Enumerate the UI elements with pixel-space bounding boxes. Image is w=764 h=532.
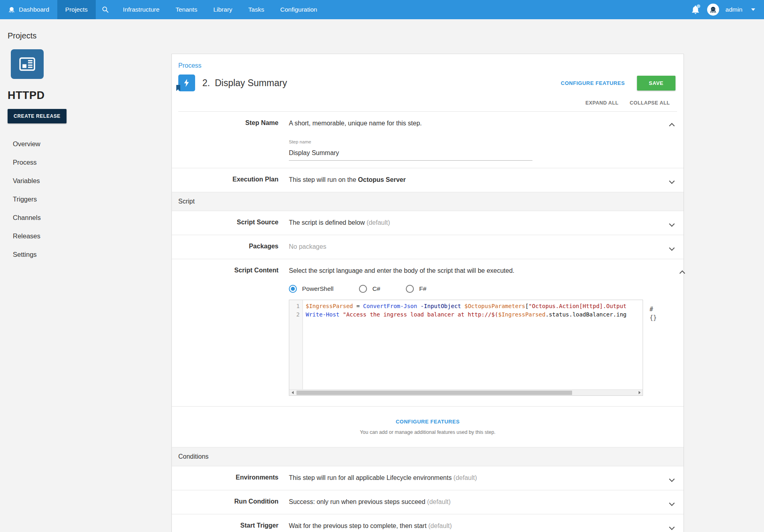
card-header: Process 2. Display Summary CONFIGURE FEA… <box>172 54 683 112</box>
radio-label: F# <box>419 284 426 293</box>
step-name-row[interactable]: Step Name A short, memorable, unique nam… <box>172 112 683 168</box>
packages-row[interactable]: Packages No packages <box>172 235 683 259</box>
user-avatar[interactable] <box>707 4 719 16</box>
radio-button-icon[interactable] <box>406 285 414 293</box>
sidebar-item-overview[interactable]: Overview <box>8 136 171 152</box>
step-name-field-label: Step name <box>289 138 532 146</box>
scroll-left-arrow-icon[interactable] <box>289 390 296 396</box>
packages-desc: No packages <box>289 242 650 251</box>
script-code-editor[interactable]: 12 $IngressParsed = ConvertFrom-Json -In… <box>289 300 643 396</box>
language-radio-powershell[interactable]: PowerShell <box>289 284 333 293</box>
code-line: Write-Host "Access the ingress load bala… <box>306 310 643 319</box>
sidebar-item-settings[interactable]: Settings <box>8 247 171 262</box>
nav-item-search[interactable] <box>96 0 115 19</box>
step-name-desc: A short, memorable, unique name for this… <box>289 120 422 127</box>
execution-plan-expand-chevron-icon[interactable] <box>670 175 674 185</box>
nav-item-tasks[interactable]: Tasks <box>240 0 272 19</box>
configure-features-center-button[interactable]: CONFIGURE FEATURES <box>396 419 460 425</box>
packages-expand-chevron-icon[interactable] <box>670 242 674 252</box>
nav-item-projects[interactable]: Projects <box>57 0 96 19</box>
sidebar-item-triggers[interactable]: Triggers <box>8 191 171 207</box>
notifications-bell-icon[interactable] <box>690 4 701 15</box>
nav-item-label: Dashboard <box>19 6 49 13</box>
sidebar-item-channels[interactable]: Channels <box>8 210 171 226</box>
radio-button-icon[interactable] <box>289 285 297 293</box>
project-logo-icon <box>18 54 37 74</box>
code-area[interactable]: $IngressParsed = ConvertFrom-Json -Input… <box>303 300 643 395</box>
step-name-input[interactable] <box>289 148 532 161</box>
code-line-numbers: 12 <box>289 300 303 395</box>
nav-item-library[interactable]: Library <box>205 0 240 19</box>
script-content-desc: Select the script language and enter the… <box>289 267 514 274</box>
run-condition-expand-chevron-icon[interactable] <box>670 498 674 507</box>
octopus-avatar-icon <box>709 6 717 14</box>
radio-button-icon[interactable] <box>359 285 367 293</box>
execution-plan-label: Execution Plan <box>178 175 278 183</box>
execution-plan-row[interactable]: Execution Plan This step will run on the… <box>172 168 683 192</box>
create-release-button[interactable]: CREATE RELEASE <box>8 109 67 123</box>
nav-item-tenants[interactable]: Tenants <box>167 0 205 19</box>
expand-all-button[interactable]: EXPAND ALL <box>585 100 618 106</box>
step-number: 2. <box>202 78 210 89</box>
scroll-right-arrow-icon[interactable] <box>636 390 643 396</box>
user-menu-caret-icon[interactable] <box>751 8 755 11</box>
sidebar-item-variables[interactable]: Variables <box>8 173 171 189</box>
expand-collapse-row: EXPAND ALL COLLAPSE ALL <box>178 91 677 112</box>
environments-row[interactable]: Environments This step will run for all … <box>172 466 683 490</box>
script-content-collapse-chevron-icon[interactable] <box>680 266 684 277</box>
environments-label: Environments <box>178 474 278 481</box>
project-logo <box>11 49 44 79</box>
script-source-row[interactable]: Script Source The script is defined belo… <box>172 211 683 235</box>
search-icon <box>101 6 109 14</box>
script-content-label: Script Content <box>178 266 278 274</box>
radio-label: C# <box>372 284 380 293</box>
page-title-bar: Projects <box>0 19 764 49</box>
nav-item-dashboard[interactable]: Dashboard <box>0 0 57 19</box>
insert-variable-button[interactable]: #{} <box>649 305 660 322</box>
step-icon-ribbon <box>176 85 180 91</box>
language-radio-fsharp[interactable]: F# <box>406 284 426 293</box>
environments-expand-chevron-icon[interactable] <box>670 474 674 483</box>
nav-item-label: Configuration <box>280 6 317 13</box>
process-step-card: Process 2. Display Summary CONFIGURE FEA… <box>171 54 684 532</box>
language-radio-csharp[interactable]: C# <box>359 284 380 293</box>
start-trigger-expand-chevron-icon[interactable] <box>670 522 674 531</box>
conditions-section-header: Conditions <box>172 447 683 466</box>
sidebar-item-process[interactable]: Process <box>8 155 171 170</box>
username-label[interactable]: admin <box>726 6 742 13</box>
execution-plan-desc: This step will run on the Octopus Server <box>289 175 650 184</box>
page-title: Projects <box>8 31 756 40</box>
breadcrumb-process-link[interactable]: Process <box>178 62 202 69</box>
step-title: Display Summary <box>215 78 287 89</box>
step-type-icon <box>178 75 195 91</box>
script-source-desc: The script is defined below (default) <box>289 218 650 227</box>
project-sidebar: HTTPD CREATE RELEASE OverviewProcessVari… <box>0 49 171 265</box>
run-condition-row[interactable]: Run Condition Success: only run when pre… <box>172 490 683 514</box>
start-trigger-label: Start Trigger <box>178 522 278 529</box>
project-name: HTTPD <box>8 89 171 102</box>
script-source-expand-chevron-icon[interactable] <box>670 218 674 228</box>
script-section-header: Script <box>172 192 683 211</box>
script-source-label: Script Source <box>178 218 278 226</box>
save-button[interactable]: SAVE <box>637 76 675 91</box>
top-navigation: DashboardProjectsInfrastructureTenantsLi… <box>0 0 764 19</box>
scrollbar-thumb[interactable] <box>296 391 572 395</box>
sidebar-item-releases[interactable]: Releases <box>8 228 171 244</box>
packages-label: Packages <box>178 242 278 250</box>
step-name-collapse-chevron-icon[interactable] <box>670 119 674 129</box>
topnav-items: DashboardProjectsInfrastructureTenantsLi… <box>0 0 325 19</box>
nav-item-infrastructure[interactable]: Infrastructure <box>115 0 167 19</box>
run-condition-desc: Success: only run when previous steps su… <box>289 498 650 506</box>
script-language-radio-group: PowerShellC#F# <box>289 284 660 293</box>
start-trigger-row[interactable]: Start Trigger Wait for the previous step… <box>172 514 683 532</box>
editor-horizontal-scrollbar[interactable] <box>289 389 643 395</box>
configure-features-button[interactable]: CONFIGURE FEATURES <box>561 80 625 86</box>
lightning-bolt-icon <box>182 78 191 88</box>
nav-item-label: Infrastructure <box>123 6 159 13</box>
step-name-label: Step Name <box>178 119 278 127</box>
collapse-all-button[interactable]: COLLAPSE ALL <box>630 100 670 106</box>
radio-label: PowerShell <box>302 284 333 293</box>
nav-item-configuration[interactable]: Configuration <box>272 0 325 19</box>
topnav-right: admin <box>690 0 764 19</box>
configure-features-hint: You can add or manage additional feature… <box>172 429 683 435</box>
